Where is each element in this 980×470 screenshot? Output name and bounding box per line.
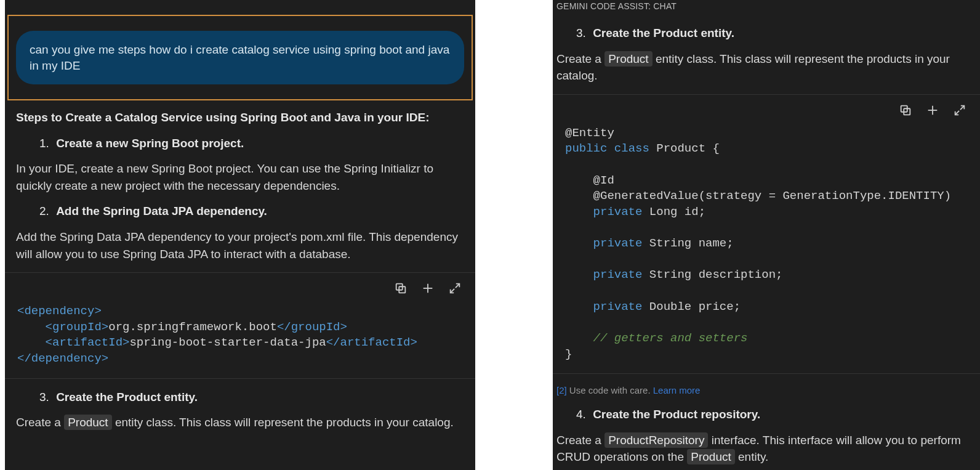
user-message-bubble: can you give me steps how do i create ca… (16, 31, 464, 84)
code-block-xml: <dependency> <groupId>org.springframewor… (5, 272, 475, 379)
assistant-response-left: Steps to Create a Catalog Service using … (5, 109, 475, 450)
code-toolbar (5, 273, 475, 301)
expand-icon[interactable] (952, 102, 968, 118)
copy-icon[interactable] (393, 280, 409, 296)
step-number: 3. (39, 391, 49, 403)
inline-code-productrepository: ProductRepository (604, 432, 708, 448)
assistant-response-right: 3. Create the Product entity. Create a P… (553, 14, 980, 470)
svg-line-11 (955, 111, 959, 115)
code-content-xml[interactable]: <dependency> <groupId>org.springframewor… (5, 301, 475, 378)
step-title: Create a new Spring Boot project. (56, 137, 244, 150)
step-1-body: In your IDE, create a new Spring Boot pr… (16, 160, 464, 194)
chat-panel-right: GEMINI CODE ASSIST: CHAT 3. Create the P… (553, 0, 980, 470)
inline-code-product: Product (604, 51, 652, 67)
code-caution: [2] Use code with care. Learn more (556, 384, 976, 397)
steps-list: 1. Create a new Spring Boot project. (16, 135, 464, 152)
step-title: Create the Product entity. (593, 26, 734, 39)
steps-list: 2. Add the Spring Data JPA dependency. (16, 203, 464, 220)
step-number: 2. (39, 205, 49, 217)
svg-line-5 (451, 289, 454, 293)
step-3: 3. Create the Product entity. (39, 389, 464, 406)
step-title: Create the Product repository. (593, 408, 760, 421)
step-title: Add the Spring Data JPA dependency. (56, 205, 267, 217)
step-3: 3. Create the Product entity. (576, 25, 976, 42)
step-2: 2. Add the Spring Data JPA dependency. (39, 203, 464, 220)
svg-line-4 (456, 284, 459, 288)
step-number: 3. (576, 26, 586, 39)
caution-ref: [2] (556, 385, 567, 395)
expand-icon[interactable] (447, 280, 463, 296)
step-2-body: Add the Spring Data JPA dependency to yo… (16, 229, 464, 262)
steps-list: 3. Create the Product entity. (16, 389, 464, 406)
svg-line-10 (960, 105, 964, 109)
code-toolbar (553, 95, 980, 123)
chat-panel-left: can you give me steps how do i create ca… (5, 0, 475, 470)
step-number: 4. (576, 408, 586, 421)
step-4-body: Create a ProductRepository interface. Th… (556, 432, 976, 466)
inline-code-product: Product (687, 449, 734, 464)
step-number: 1. (39, 137, 49, 150)
highlighted-user-message: can you give me steps how do i create ca… (7, 15, 473, 100)
step-3-body: Create a Product entity class. This clas… (16, 414, 464, 431)
add-icon[interactable] (420, 280, 436, 296)
code-block-java: @Entity public class Product { @Id @Gene… (553, 94, 980, 375)
step-1: 1. Create a new Spring Boot project. (39, 135, 464, 152)
code-content-java[interactable]: @Entity public class Product { @Id @Gene… (553, 123, 980, 374)
response-heading: Steps to Create a Catalog Service using … (16, 109, 464, 126)
inline-code-product: Product (64, 415, 111, 430)
step-title: Create the Product entity. (56, 391, 198, 403)
user-message-text: can you give me steps how do i create ca… (30, 43, 449, 72)
copy-icon[interactable] (898, 102, 914, 118)
step-3-body: Create a Product entity class. This clas… (556, 51, 976, 84)
learn-more-link[interactable]: Learn more (653, 385, 701, 395)
panel-title: GEMINI CODE ASSIST: CHAT (553, 0, 980, 14)
steps-list: 3. Create the Product entity. (556, 25, 976, 42)
add-icon[interactable] (925, 102, 941, 118)
steps-list: 4. Create the Product repository. (556, 406, 976, 423)
step-4: 4. Create the Product repository. (576, 406, 976, 423)
